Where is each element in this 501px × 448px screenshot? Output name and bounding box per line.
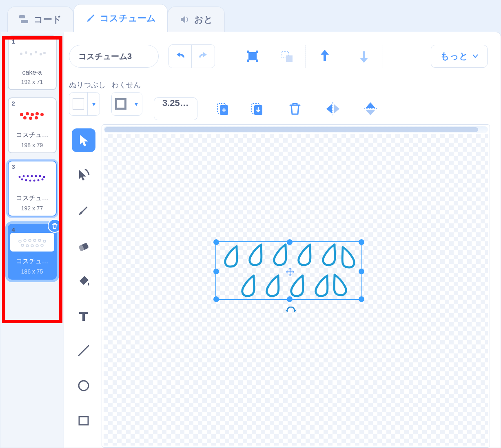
paint-editor: 1 cake-a 192 x 71 2 コスチュ… 198 x 79 3 コスチ… [0, 32, 501, 448]
caret-down-icon: ▾ [130, 93, 142, 115]
svg-rect-36 [324, 54, 326, 61]
copy-button[interactable] [211, 97, 234, 120]
svg-point-15 [35, 116, 38, 119]
svg-point-14 [29, 117, 32, 120]
rotate-handle[interactable] [285, 307, 297, 316]
svg-rect-35 [286, 55, 293, 62]
svg-rect-37 [363, 51, 365, 59]
canvas-area [69, 124, 501, 448]
svg-point-11 [35, 112, 39, 115]
costume-name: cake-a [10, 69, 54, 76]
svg-point-6 [40, 53, 42, 55]
costume-tile-3[interactable]: 3 コスチュ… 192 x 77 [8, 161, 57, 216]
outline-thickness-input[interactable]: 3.25… [154, 97, 197, 120]
costume-tile-4[interactable]: 4 コスチュ… 186 x 75 [8, 224, 57, 280]
svg-point-18 [27, 175, 29, 177]
svg-point-26 [33, 180, 35, 182]
delete-button[interactable] [284, 97, 306, 120]
svg-rect-29 [248, 52, 257, 60]
svg-point-20 [35, 175, 37, 177]
tab-code-label: コード [34, 13, 62, 26]
costume-preview [10, 106, 54, 125]
svg-point-12 [40, 113, 44, 116]
tool-strip [69, 124, 98, 448]
caret-down-icon [472, 54, 478, 58]
tab-code[interactable]: コード [7, 7, 73, 32]
svg-rect-33 [256, 60, 258, 62]
reshape-tool[interactable] [72, 163, 95, 187]
more-button[interactable]: もっと [431, 45, 488, 68]
costume-size: 192 x 71 [10, 79, 54, 85]
svg-point-16 [18, 176, 20, 178]
separator [383, 45, 383, 68]
svg-rect-48 [79, 417, 88, 425]
svg-point-28 [41, 179, 43, 181]
code-icon [19, 14, 30, 25]
forward-button[interactable] [313, 45, 336, 68]
costume-preview [10, 170, 54, 188]
svg-point-10 [31, 113, 34, 116]
outline-swatch [112, 93, 130, 115]
costume-tile-2[interactable]: 2 コスチュ… 198 x 79 [8, 97, 57, 153]
svg-point-13 [23, 116, 27, 119]
costume-tile-1[interactable]: 1 cake-a 192 x 71 [8, 35, 57, 90]
editor-toolbar-2: ぬりつぶし ▾ わくせん ▾ 3.25… [69, 75, 501, 120]
tab-sounds[interactable]: おと [168, 7, 225, 32]
svg-rect-31 [256, 51, 258, 53]
undo-button[interactable] [169, 45, 192, 68]
costume-size: 198 x 79 [10, 142, 54, 148]
scrollbar-horizontal[interactable] [104, 126, 488, 133]
costume-preview [10, 233, 54, 252]
separator [314, 97, 314, 120]
editor-tabs: コード コスチューム おと [0, 0, 501, 32]
svg-rect-1 [21, 20, 28, 23]
paint-canvas[interactable] [102, 124, 490, 448]
svg-line-46 [79, 346, 89, 355]
selection-box[interactable] [215, 241, 362, 300]
group-button[interactable] [241, 45, 264, 68]
svg-point-9 [26, 112, 29, 115]
outline-color-picker[interactable]: ▾ [111, 92, 142, 116]
delete-costume-button[interactable] [48, 219, 62, 233]
artwork-content [216, 242, 363, 301]
tab-costumes[interactable]: コスチューム [73, 4, 168, 32]
rectangle-tool[interactable] [72, 409, 95, 433]
ungroup-button[interactable] [275, 45, 298, 68]
svg-point-47 [79, 381, 89, 391]
scrollbar-thumb[interactable] [104, 127, 478, 132]
svg-point-17 [22, 175, 24, 177]
undo-redo-group [168, 44, 215, 68]
svg-point-4 [30, 53, 32, 55]
costume-size: 186 x 75 [10, 268, 54, 275]
eraser-tool[interactable] [72, 234, 95, 257]
separator [276, 97, 276, 120]
line-tool[interactable] [72, 339, 95, 362]
svg-rect-32 [247, 60, 249, 62]
backward-button[interactable] [352, 45, 375, 68]
flip-vertical-button[interactable] [359, 97, 382, 120]
costume-name-input[interactable] [69, 45, 159, 68]
svg-point-22 [43, 176, 45, 178]
text-tool[interactable] [72, 304, 95, 327]
fill-color-picker[interactable]: ▾ [69, 92, 100, 116]
svg-point-3 [25, 51, 27, 54]
editor-toolbar-1: もっと [69, 40, 501, 73]
fill-tool[interactable] [72, 269, 95, 292]
caret-down-icon: ▾ [87, 93, 100, 115]
costume-list: 1 cake-a 192 x 71 2 コスチュ… 198 x 79 3 コスチ… [0, 32, 64, 448]
sound-icon [180, 14, 190, 25]
costume-size: 192 x 77 [10, 205, 54, 212]
brush-tool[interactable] [72, 199, 95, 222]
brush-icon [85, 13, 96, 24]
svg-point-27 [37, 179, 39, 181]
svg-point-2 [20, 53, 22, 55]
costume-preview [10, 44, 54, 63]
tab-costumes-label: コスチューム [100, 12, 156, 24]
circle-tool[interactable] [72, 374, 95, 397]
select-tool[interactable] [72, 128, 95, 152]
redo-button[interactable] [192, 45, 215, 68]
paste-button[interactable] [246, 97, 268, 120]
svg-point-25 [29, 180, 31, 182]
flip-horizontal-button[interactable] [321, 97, 344, 120]
svg-point-21 [39, 175, 41, 177]
